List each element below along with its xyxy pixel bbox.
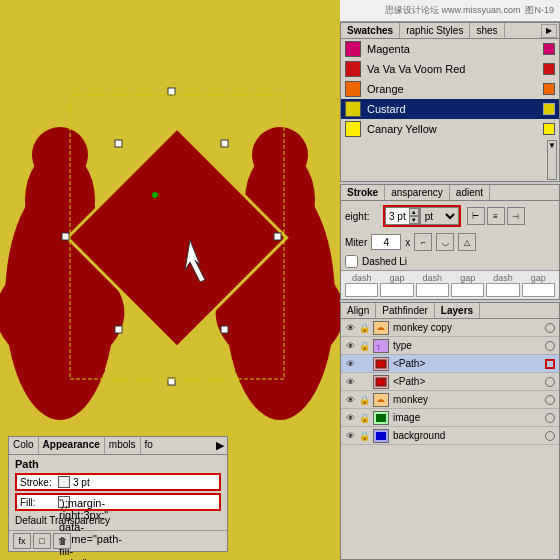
panel-menu-btn[interactable]: ▶	[541, 24, 557, 38]
layers-tabs: Align Pathfinder Layers	[341, 303, 559, 319]
eye-icon-path1[interactable]: 👁	[343, 357, 357, 371]
orange-icon	[543, 83, 555, 95]
voom-red-label: Va Va Va Voom Red	[367, 63, 543, 75]
lock-icon-image[interactable]: 🔒	[357, 411, 371, 425]
stroke-panel: Stroke ansparency adient eight: 3 pt ▲ ▼…	[340, 184, 560, 300]
layer-target-path1[interactable]	[545, 359, 555, 369]
gap3-input[interactable]	[522, 283, 555, 297]
gap1-input[interactable]	[380, 283, 413, 297]
layer-background[interactable]: 👁 🔒 background	[341, 427, 559, 445]
svg-rect-16	[221, 326, 228, 333]
fx-button[interactable]: fx	[13, 533, 31, 549]
brushes-tab[interactable]: shes	[470, 23, 504, 38]
thumb-image	[373, 411, 389, 425]
lock-icon-path2[interactable]	[357, 375, 371, 389]
dash2-input[interactable]	[416, 283, 449, 297]
stroke-tabs: Stroke ansparency adient	[341, 185, 559, 201]
miter-label: Miter	[345, 237, 367, 248]
path-info: Path Stroke: 3 pt Fill: ');margin-right:…	[9, 455, 227, 530]
color-tab[interactable]: Colo	[9, 437, 39, 454]
layer-target-type[interactable]	[545, 341, 555, 351]
layer-target-monkey-copy[interactable]	[545, 323, 555, 333]
align-center-btn[interactable]: ≡	[487, 207, 505, 225]
dashed-checkbox[interactable]	[345, 255, 358, 268]
swatches-panel: Swatches raphic Styles shes ▶ Magenta Va…	[340, 22, 560, 182]
layer-target-image[interactable]	[545, 413, 555, 423]
layer-target-background[interactable]	[545, 431, 555, 441]
layers-tab[interactable]: Layers	[435, 303, 480, 318]
stroke-down-btn[interactable]: ▼	[409, 216, 419, 224]
gap2-input[interactable]	[451, 283, 484, 297]
panel-expand-btn[interactable]: ▶	[213, 437, 227, 454]
dash3: dash	[486, 273, 519, 297]
default-transparency: Default Transparency	[15, 514, 221, 527]
scroll-track[interactable]: ▼	[547, 140, 557, 180]
lock-icon-monkey-copy[interactable]: 🔒	[357, 321, 371, 335]
path-stroke-color[interactable]	[58, 476, 70, 488]
layer-type[interactable]: 👁 🔒 T type	[341, 337, 559, 355]
miter-input[interactable]: 4	[371, 234, 401, 250]
path-title: Path	[15, 458, 221, 470]
eye-icon-type[interactable]: 👁	[343, 339, 357, 353]
appearance-tab[interactable]: Appearance	[39, 437, 105, 454]
layer-name-type: type	[393, 340, 543, 351]
align-tab[interactable]: Align	[341, 303, 376, 318]
layer-path1[interactable]: 👁 <Path>	[341, 355, 559, 373]
pathfinder-tab[interactable]: Pathfinder	[376, 303, 435, 318]
layer-name-monkey-copy: monkey copy	[393, 322, 543, 333]
layer-monkey-copy[interactable]: 👁 🔒 monkey copy	[341, 319, 559, 337]
swatch-custard[interactable]: Custard	[341, 99, 559, 119]
transparency-tab[interactable]: ansparency	[385, 185, 450, 200]
eye-icon-monkey[interactable]: 👁	[343, 393, 357, 407]
graphic-styles-tab[interactable]: raphic Styles	[400, 23, 470, 38]
layer-target-monkey[interactable]	[545, 395, 555, 405]
watermark: 思缘设计论坛 www.missyuan.com 图N-19	[340, 0, 560, 22]
eye-icon-image[interactable]: 👁	[343, 411, 357, 425]
bevel-join-btn[interactable]: △	[458, 233, 476, 251]
stroke-unit-select[interactable]: pt px mm	[420, 207, 459, 225]
path-fill-row: Fill: ');margin-right:3px;" data-name="p…	[15, 493, 221, 511]
eye-icon-background[interactable]: 👁	[343, 429, 357, 443]
align-right-btn[interactable]: ⊣	[507, 207, 525, 225]
dash2: dash	[416, 273, 449, 297]
lock-icon-background[interactable]: 🔒	[357, 429, 371, 443]
thumb-monkey	[373, 393, 389, 407]
gap2: gap	[451, 273, 484, 297]
lock-icon-path1[interactable]	[357, 357, 371, 371]
dashed-label: Dashed Li	[362, 256, 407, 267]
lock-icon-monkey[interactable]: 🔒	[357, 393, 371, 407]
swatch-voom-red[interactable]: Va Va Va Voom Red	[341, 59, 559, 79]
dash-preview-row: dash gap dash gap dash gap	[341, 270, 559, 299]
new-button[interactable]: □	[33, 533, 51, 549]
eye-icon-path2[interactable]: 👁	[343, 375, 357, 389]
round-join-btn[interactable]: ◡	[436, 233, 454, 251]
layer-image[interactable]: 👁 🔒 image	[341, 409, 559, 427]
swatches-tab[interactable]: Swatches	[341, 23, 400, 38]
dash3-label: dash	[493, 273, 513, 283]
dash2-label: dash	[423, 273, 443, 283]
stroke-up-btn[interactable]: ▲	[409, 208, 419, 216]
dash3-input[interactable]	[486, 283, 519, 297]
gap2-label: gap	[460, 273, 475, 283]
layer-target-path2[interactable]	[545, 377, 555, 387]
path-stroke-label: Stroke:	[20, 477, 58, 488]
lock-icon-type[interactable]: 🔒	[357, 339, 371, 353]
magenta-swatch-icon	[543, 43, 555, 55]
layer-monkey[interactable]: 👁 🔒 monkey	[341, 391, 559, 409]
swatch-orange[interactable]: Orange	[341, 79, 559, 99]
symbols-tab[interactable]: mbols	[105, 437, 141, 454]
gradient-tab[interactable]: adient	[450, 185, 490, 200]
swatch-canary[interactable]: Canary Yellow	[341, 119, 559, 139]
stroke-spinbox[interactable]: 3 pt ▲ ▼	[385, 207, 420, 225]
align-left-btn[interactable]: ⊢	[467, 207, 485, 225]
dash1-input[interactable]	[345, 283, 378, 297]
thumb-type: T	[373, 339, 389, 353]
layer-path2[interactable]: 👁 <Path>	[341, 373, 559, 391]
swatch-magenta[interactable]: Magenta	[341, 39, 559, 59]
eye-icon-monkey-copy[interactable]: 👁	[343, 321, 357, 335]
svg-rect-21	[376, 360, 386, 368]
stroke-tab[interactable]: Stroke	[341, 185, 385, 200]
delete-button[interactable]: 🗑	[53, 533, 71, 549]
miter-join-btn[interactable]: ⌐	[414, 233, 432, 251]
fo-tab[interactable]: fo	[141, 437, 157, 454]
